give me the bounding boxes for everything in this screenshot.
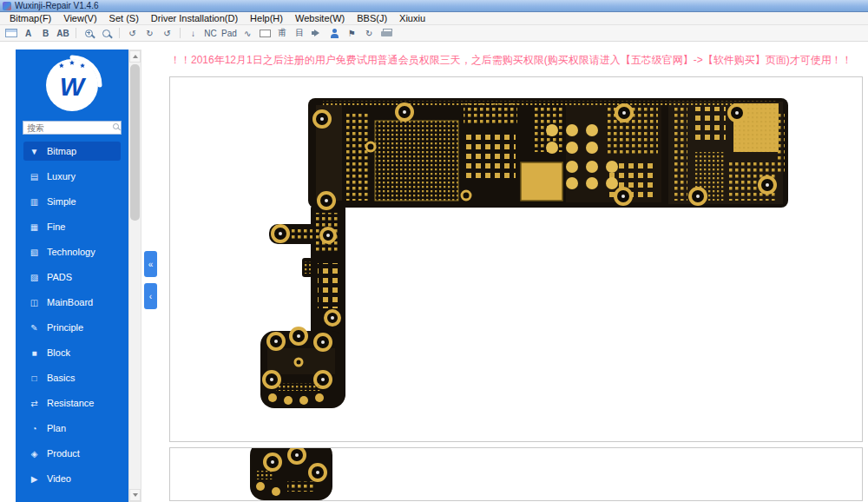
zoom-in-icon	[85, 30, 93, 37]
resistance-icon: ⇄	[29, 399, 40, 408]
collapse-panel-button[interactable]: ‹	[144, 283, 157, 309]
menu-driver-installation[interactable]: Driver Installation(D)	[145, 13, 244, 23]
window-title: Wuxinji-Repair V1.4.6	[15, 1, 99, 10]
basics-icon: □	[29, 373, 40, 383]
fine-icon: ▦	[29, 222, 40, 232]
bitmap-icon: ▼	[29, 147, 40, 156]
simple-icon: ▥	[29, 197, 40, 207]
preview-panel[interactable]	[169, 447, 863, 501]
toolbar: A B AB ↺ ↻ ↺ ↓ NC Pad ∿ 甫 目 ⚑ ↻	[0, 25, 868, 42]
menu-bar: Bitmap(F) View(V) Set (S) Driver Install…	[0, 12, 868, 25]
sidebar-item-plan[interactable]: ◔ Plan	[23, 419, 121, 438]
sidebar-item-label: PADS	[47, 272, 72, 282]
toolbar-separator	[119, 28, 120, 38]
sidebar-item-basics[interactable]: □ Basics	[23, 368, 121, 387]
flag-button[interactable]: ⚑	[345, 27, 358, 40]
zoom-in-button[interactable]	[82, 27, 95, 40]
char-fu-button[interactable]: 甫	[276, 27, 289, 40]
principle-icon: ✎	[29, 323, 40, 333]
toolbar-separator	[180, 28, 181, 38]
sidebar-item-label: MainBoard	[47, 297, 93, 307]
char-mu-button[interactable]: 目	[293, 27, 306, 40]
print-button[interactable]	[380, 27, 393, 40]
plan-icon: ◔	[29, 424, 40, 433]
menu-bitmap[interactable]: Bitmap(F)	[3, 13, 57, 23]
freehand-button[interactable]: ∿	[241, 27, 254, 40]
pad-button[interactable]: Pad	[221, 27, 237, 40]
sidebar-item-technology[interactable]: ▧ Technology	[23, 242, 121, 261]
zoom-out-button[interactable]	[100, 27, 113, 40]
sidebar-search	[23, 121, 122, 135]
printer-icon	[381, 29, 392, 37]
scroll-up-button[interactable]	[129, 50, 141, 63]
menu-help[interactable]: Help(H)	[244, 13, 289, 23]
sidebar-item-principle[interactable]: ✎ Principle	[23, 318, 121, 337]
sidebar: W ▼ Bitmap ▤ Luxury ▥ Simple ▦ Fine	[16, 50, 128, 502]
scroll-down-button[interactable]	[129, 489, 141, 501]
rectangle-icon	[260, 30, 271, 37]
window-icon	[5, 29, 17, 37]
new-bitmap-button[interactable]	[4, 27, 17, 40]
menu-set[interactable]: Set (S)	[103, 13, 145, 23]
svg-text:W: W	[60, 72, 87, 101]
sidebar-item-resistance[interactable]: ⇄ Resistance	[23, 393, 121, 413]
sidebar-item-block[interactable]: ■ Block	[23, 343, 121, 362]
rectangle-tool-button[interactable]	[259, 27, 272, 40]
person-icon	[330, 29, 339, 38]
collapse-sidebar-button[interactable]: «	[144, 251, 157, 277]
label-b-button[interactable]: B	[39, 27, 52, 40]
menu-bbs[interactable]: BBS(J)	[351, 13, 393, 23]
sidebar-item-label: Technology	[47, 247, 95, 257]
refresh-button[interactable]: ↻	[363, 27, 376, 40]
sidebar-list: ▼ Bitmap ▤ Luxury ▥ Simple ▦ Fine ▧ Tech…	[16, 140, 128, 496]
product-icon: ◈	[29, 449, 40, 459]
sidebar-scrollbar[interactable]	[128, 50, 141, 502]
block-icon: ■	[29, 348, 40, 358]
toolbar-separator	[76, 28, 76, 38]
sidebar-item-fine[interactable]: ▦ Fine	[23, 217, 121, 236]
label-ab-button[interactable]: AB	[56, 27, 69, 40]
speaker-icon	[312, 29, 322, 37]
sound-button[interactable]	[311, 27, 324, 40]
sidebar-item-mainboard[interactable]: ◫ MainBoard	[23, 293, 121, 312]
download-button[interactable]: ↓	[187, 27, 200, 40]
app-icon	[3, 2, 11, 10]
nc-button[interactable]: NC	[204, 27, 217, 40]
sidebar-item-label: Simple	[47, 196, 76, 207]
menu-website[interactable]: Website(W)	[289, 13, 351, 23]
main-canvas[interactable]	[169, 76, 863, 442]
app-logo: W	[16, 50, 128, 121]
search-input[interactable]	[23, 121, 122, 135]
sidebar-item-label: Basics	[47, 373, 75, 383]
luxury-icon: ▤	[29, 172, 40, 182]
sidebar-item-label: Block	[47, 347, 70, 358]
sidebar-item-simple[interactable]: ▥ Simple	[23, 192, 121, 211]
sidebar-item-label: Product	[47, 448, 80, 459]
sidebar-item-pads[interactable]: ▨ PADS	[23, 268, 121, 287]
sidebar-item-label: Bitmap	[47, 146, 76, 156]
rotate-reset-button[interactable]: ↺	[161, 27, 174, 40]
sidebar-item-label: Principle	[47, 322, 83, 333]
pcb-preview-image	[170, 448, 862, 500]
notice-text: ！！2016年12月1日之后注册的用户免费试用普通会员权限三天，之后需购买权限(…	[170, 53, 865, 67]
sidebar-item-label: Luxury	[47, 171, 76, 182]
menu-view[interactable]: View(V)	[57, 13, 102, 23]
triangle-up-icon	[133, 55, 138, 58]
video-icon: ▶	[29, 474, 40, 484]
scrollbar-thumb[interactable]	[130, 64, 140, 221]
sidebar-item-label: Plan	[47, 423, 66, 433]
pcb-main-image	[170, 77, 862, 441]
sidebar-item-product[interactable]: ◈ Product	[23, 444, 121, 463]
rotate-left-button[interactable]: ↺	[126, 27, 139, 40]
rotate-right-button[interactable]: ↻	[143, 27, 156, 40]
title-bar: Wuxinji-Repair V1.4.6	[0, 0, 868, 12]
sidebar-item-luxury[interactable]: ▤ Luxury	[23, 167, 121, 186]
sidebar-item-video[interactable]: ▶ Video	[23, 469, 121, 488]
user-button[interactable]	[328, 27, 341, 40]
label-a-button[interactable]: A	[22, 27, 35, 40]
mainboard-icon: ◫	[29, 298, 40, 307]
sidebar-item-label: Video	[47, 473, 71, 484]
logo-image: W	[39, 52, 105, 118]
sidebar-item-bitmap[interactable]: ▼ Bitmap	[23, 142, 121, 161]
menu-xiuxiu[interactable]: Xiuxiu	[393, 13, 431, 23]
